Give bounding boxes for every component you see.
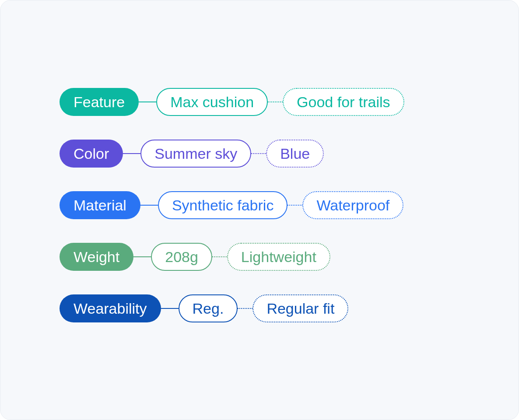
pill-material-value: Synthetic fabric — [158, 191, 288, 219]
connector-dotted-icon — [288, 205, 302, 206]
pill-material-extra: Waterproof — [302, 191, 403, 219]
pill-weight-label: Weight — [60, 243, 133, 271]
pill-feature-value: Max cushion — [156, 88, 268, 116]
row-weight: Weight 208g Lightweight — [60, 243, 519, 271]
row-feature: Feature Max cushion Good for trails — [60, 88, 519, 116]
attribute-rows: Feature Max cushion Good for trails Colo… — [60, 88, 519, 322]
pill-wearability-extra: Regular fit — [252, 294, 348, 322]
connector-dotted-icon — [251, 153, 266, 154]
pill-color-value: Summer sky — [140, 140, 251, 168]
connector-dotted-icon — [238, 308, 252, 309]
pill-weight-value: 208g — [151, 243, 212, 271]
row-wearability: Wearability Reg. Regular fit — [60, 294, 519, 322]
pill-material-label: Material — [60, 191, 140, 219]
pill-weight-extra: Lightweight — [227, 243, 330, 271]
pill-wearability-label: Wearability — [60, 294, 161, 322]
row-material: Material Synthetic fabric Waterproof — [60, 191, 519, 219]
pill-color-extra: Blue — [266, 140, 324, 168]
connector-dotted-icon — [268, 102, 283, 102]
connector-solid-icon — [161, 308, 179, 309]
row-color: Color Summer sky Blue — [60, 140, 519, 168]
connector-solid-icon — [140, 205, 158, 206]
pill-color-label: Color — [60, 140, 123, 168]
pill-feature-extra: Good for trails — [283, 88, 404, 116]
pill-wearability-value: Reg. — [179, 294, 238, 322]
connector-solid-icon — [139, 102, 156, 102]
connector-solid-icon — [123, 153, 140, 154]
diagram-card: Feature Max cushion Good for trails Colo… — [0, 0, 519, 420]
connector-dotted-icon — [212, 256, 227, 257]
connector-solid-icon — [133, 256, 151, 257]
pill-feature-label: Feature — [60, 88, 139, 116]
